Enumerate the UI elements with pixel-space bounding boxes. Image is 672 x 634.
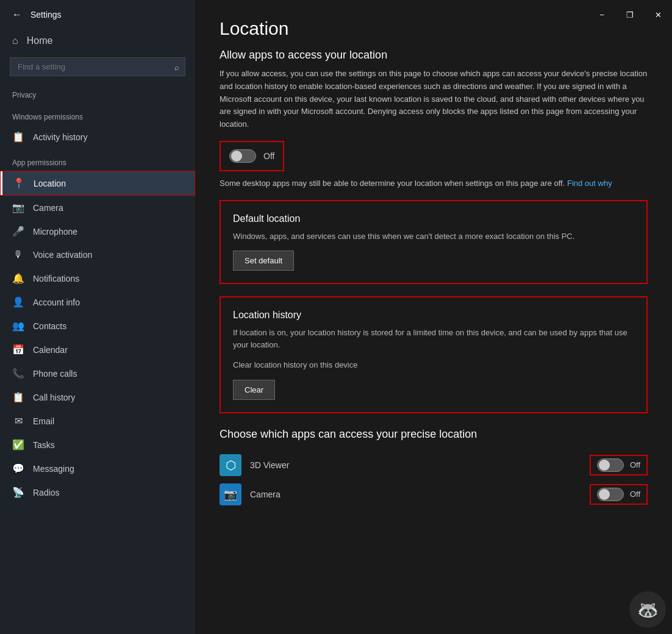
page-title: Location xyxy=(220,18,648,39)
sidebar-microphone-label: Microphone xyxy=(33,227,77,237)
location-toggle-section: Off xyxy=(220,141,284,171)
sidebar-item-email[interactable]: ✉ Email xyxy=(0,409,195,433)
sidebar-account-label: Account info xyxy=(33,297,80,307)
sidebar-item-messaging[interactable]: 💬 Messaging xyxy=(0,457,195,480)
sidebar-item-activity-history[interactable]: 📋 Activity history xyxy=(0,125,195,149)
notifications-icon: 🔔 xyxy=(12,272,24,284)
sidebar-email-label: Email xyxy=(33,416,54,426)
search-box: ⌕ xyxy=(10,57,185,76)
contacts-icon: 👥 xyxy=(12,320,24,332)
clear-label-text: Clear location history on this device xyxy=(233,359,634,371)
tasks-icon: ✅ xyxy=(12,439,24,451)
find-out-why-link[interactable]: Find out why xyxy=(567,179,612,188)
toggle-off-label: Off xyxy=(263,151,274,161)
phone-calls-icon: 📞 xyxy=(12,368,24,379)
location-history-title: Location history xyxy=(233,310,634,321)
default-location-title: Default location xyxy=(233,213,634,224)
sidebar-item-tasks[interactable]: ✅ Tasks xyxy=(0,433,195,457)
default-location-section: Default location Windows, apps, and serv… xyxy=(220,200,648,285)
calendar-icon: 📅 xyxy=(12,344,24,355)
location-icon: 📍 xyxy=(13,177,25,189)
3d-viewer-icon: ⬡ xyxy=(220,454,241,476)
back-button[interactable]: ← xyxy=(10,7,24,23)
radios-icon: 📡 xyxy=(12,486,24,498)
search-input[interactable] xyxy=(10,57,185,76)
sidebar-camera-label: Camera xyxy=(33,203,63,213)
sidebar-call-history-label: Call history xyxy=(33,393,75,402)
allow-section-title: Allow apps to access your location xyxy=(220,49,648,62)
sidebar-item-phone-calls[interactable]: 📞 Phone calls xyxy=(0,362,195,385)
sidebar-item-call-history[interactable]: 📋 Call history xyxy=(0,385,195,409)
sidebar-messaging-label: Messaging xyxy=(33,464,74,474)
location-history-section: Location history If location is on, your… xyxy=(220,296,648,413)
sidebar: ← Settings ⌂ Home ⌕ Privacy Windows perm… xyxy=(0,0,195,634)
sidebar-item-location[interactable]: 📍 Location xyxy=(0,171,195,196)
sidebar-item-radios[interactable]: 📡 Radios xyxy=(0,480,195,504)
app-row-camera: 📷 Camera Off xyxy=(220,480,648,509)
sidebar-tasks-label: Tasks xyxy=(33,440,55,450)
sidebar-item-voice-activation[interactable]: 🎙 Voice activation xyxy=(0,243,195,266)
windows-permissions-label: Windows permissions xyxy=(0,103,195,125)
sidebar-item-notifications[interactable]: 🔔 Notifications xyxy=(0,266,195,290)
window-controls: − ❐ ✕ xyxy=(588,0,672,29)
3d-viewer-toggle[interactable] xyxy=(597,458,624,472)
3d-viewer-name: 3D Viewer xyxy=(250,460,590,470)
call-history-icon: 📋 xyxy=(12,391,24,403)
apps-section-title: Choose which apps can access your precis… xyxy=(220,428,648,441)
3d-viewer-toggle-section: Off xyxy=(590,455,648,476)
camera-toggle-label: Off xyxy=(630,490,640,499)
messaging-icon: 💬 xyxy=(12,463,24,474)
app-row-3d-viewer: ⬡ 3D Viewer Off xyxy=(220,451,648,480)
sidebar-titlebar: ← Settings xyxy=(0,0,195,29)
privacy-label: Privacy xyxy=(0,81,195,103)
email-icon: ✉ xyxy=(12,415,24,427)
sidebar-calendar-label: Calendar xyxy=(33,345,68,355)
sidebar-item-account-info[interactable]: 👤 Account info xyxy=(0,290,195,314)
home-label: Home xyxy=(27,35,53,46)
camera-icon: 📷 xyxy=(12,202,24,213)
minimize-button[interactable]: − xyxy=(588,0,616,29)
close-button[interactable]: ✕ xyxy=(644,0,672,29)
voice-activation-icon: 🎙 xyxy=(12,249,24,260)
sidebar-contacts-label: Contacts xyxy=(33,321,66,331)
account-info-icon: 👤 xyxy=(12,296,24,308)
note-text: Some desktop apps may still be able to d… xyxy=(220,179,648,188)
default-location-body: Windows, apps, and services can use this… xyxy=(233,230,634,243)
search-icon: ⌕ xyxy=(174,62,179,71)
sidebar-item-calendar[interactable]: 📅 Calendar xyxy=(0,338,195,362)
maximize-button[interactable]: ❐ xyxy=(616,0,644,29)
camera-app-icon: 📷 xyxy=(220,483,241,505)
sidebar-phone-calls-label: Phone calls xyxy=(33,369,77,379)
activity-history-icon: 📋 xyxy=(12,131,24,143)
camera-toggle-section: Off xyxy=(590,484,648,505)
allow-section-body: If you allow access, you can use the set… xyxy=(220,68,648,131)
location-history-body: If location is on, your location history… xyxy=(233,327,634,351)
sidebar-item-home[interactable]: ⌂ Home xyxy=(0,29,195,52)
sidebar-item-camera[interactable]: 📷 Camera xyxy=(0,196,195,219)
sidebar-item-contacts[interactable]: 👥 Contacts xyxy=(0,314,195,338)
camera-app-toggle[interactable] xyxy=(597,488,624,501)
sidebar-radios-label: Radios xyxy=(33,488,60,497)
3d-viewer-toggle-label: Off xyxy=(630,460,640,469)
clear-button[interactable]: Clear xyxy=(233,380,275,400)
activity-history-label: Activity history xyxy=(33,132,87,142)
camera-app-name: Camera xyxy=(250,490,590,499)
app-title: Settings xyxy=(30,10,62,20)
location-toggle[interactable] xyxy=(229,149,256,163)
main-content: Location Allow apps to access your locat… xyxy=(195,0,672,527)
set-default-button[interactable]: Set default xyxy=(233,251,294,271)
sidebar-notifications-label: Notifications xyxy=(33,274,79,283)
sidebar-voice-label: Voice activation xyxy=(33,250,92,260)
home-icon: ⌂ xyxy=(12,35,18,46)
sidebar-location-label: Location xyxy=(34,179,66,188)
app-permissions-label: App permissions xyxy=(0,149,195,171)
microphone-icon: 🎤 xyxy=(12,226,24,237)
sidebar-item-microphone[interactable]: 🎤 Microphone xyxy=(0,219,195,243)
